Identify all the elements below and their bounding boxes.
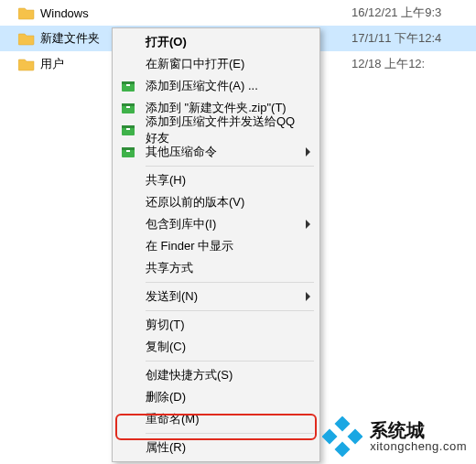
menu-separator: [146, 361, 314, 361]
watermark: 系统城 xitongcheng.com: [322, 416, 467, 457]
menu-open[interactable]: 打开(O): [114, 31, 318, 53]
file-date: 12/18 上午12:: [352, 56, 425, 72]
menu-copy[interactable]: 复制(C): [114, 336, 318, 358]
svg-rect-2: [126, 84, 130, 86]
archive-icon: [120, 144, 136, 160]
menu-separator: [146, 433, 314, 434]
menu-properties[interactable]: 属性(R): [114, 437, 318, 459]
menu-share-way[interactable]: 共享方式: [114, 257, 318, 279]
svg-rect-5: [126, 106, 130, 108]
folder-icon: [18, 31, 35, 46]
archive-icon: [120, 100, 136, 116]
menu-show-in-finder[interactable]: 在 Finder 中显示: [114, 235, 318, 257]
menu-rename[interactable]: 重命名(M): [114, 408, 318, 430]
menu-other-compress[interactable]: 其他压缩命令: [114, 141, 318, 163]
svg-rect-7: [122, 125, 135, 128]
svg-rect-15: [348, 429, 362, 445]
file-date: 16/12/21 上午9:3: [352, 5, 441, 21]
chevron-right-icon: [306, 147, 310, 156]
archive-icon: [120, 122, 136, 138]
menu-share-h[interactable]: 共享(H): [114, 169, 318, 191]
context-menu: 打开(O) 在新窗口中打开(E) 添加到压缩文件(A) ... 添加到 "新建文…: [112, 27, 320, 462]
folder-icon: [18, 5, 35, 20]
svg-rect-8: [126, 128, 130, 130]
archive-icon: [120, 78, 136, 94]
chevron-right-icon: [306, 220, 310, 229]
svg-rect-11: [126, 150, 130, 152]
watermark-site: xitongcheng.com: [370, 440, 467, 453]
chevron-right-icon: [306, 292, 310, 301]
watermark-logo-icon: [322, 416, 362, 457]
menu-separator: [146, 282, 314, 283]
svg-rect-1: [122, 81, 135, 84]
svg-rect-4: [122, 103, 135, 106]
folder-icon: [18, 57, 35, 71]
menu-cut[interactable]: 剪切(T): [114, 314, 318, 336]
svg-rect-14: [322, 429, 337, 445]
menu-separator: [146, 166, 314, 167]
svg-rect-10: [122, 147, 135, 150]
svg-rect-13: [335, 442, 351, 457]
menu-add-archive[interactable]: 添加到压缩文件(A) ...: [114, 75, 318, 97]
menu-open-new-window[interactable]: 在新窗口中打开(E): [114, 53, 318, 75]
menu-restore-previous[interactable]: 还原以前的版本(V): [114, 191, 318, 213]
watermark-brand: 系统城: [370, 420, 467, 440]
file-name: Windows: [40, 6, 352, 20]
menu-send-to[interactable]: 发送到(N): [114, 286, 318, 308]
file-row-windows[interactable]: Windows 16/12/21 上午9:3: [0, 0, 476, 26]
menu-separator: [146, 310, 314, 311]
svg-rect-12: [335, 416, 351, 431]
menu-delete[interactable]: 删除(D): [114, 386, 318, 408]
menu-send-qq[interactable]: 添加到压缩文件并发送给QQ好友: [114, 119, 318, 141]
menu-create-shortcut[interactable]: 创建快捷方式(S): [114, 364, 318, 386]
menu-include-library[interactable]: 包含到库中(I): [114, 213, 318, 235]
file-date: 17/1/11 下午12:4: [352, 30, 441, 47]
